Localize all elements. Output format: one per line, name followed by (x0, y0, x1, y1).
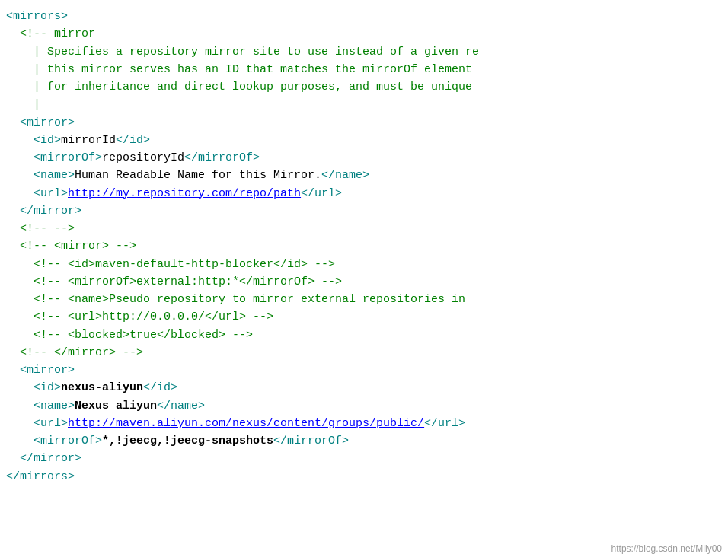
code-line: </mirrors> (0, 468, 728, 485)
code-line: <url>http://maven.aliyun.com/nexus/conte… (0, 415, 728, 432)
code-line: <name>Human Readable Name for this Mirro… (0, 167, 728, 184)
code-line: <id>nexus-aliyun</id> (0, 379, 728, 396)
code-line: | this mirror serves has an ID that matc… (0, 61, 728, 78)
code-line: <!-- <id>maven-default-http-blocker</id>… (0, 256, 728, 273)
code-line: <!-- <mirrorOf>external:http:*</mirrorOf… (0, 273, 728, 291)
code-container: <mirrors> <!-- mirror | Specifies a repo… (0, 0, 728, 560)
code-line: <mirrorOf>*,!jeecg,!jeecg-snapshots</mir… (0, 432, 728, 450)
code-line: <name>Nexus aliyun</name> (0, 397, 728, 415)
code-line: <mirrors> (0, 8, 728, 25)
code-line: <!-- <mirror> --> (0, 237, 728, 255)
code-line: <mirrorOf>repositoryId</mirrorOf> (0, 149, 728, 167)
watermark: https://blog.csdn.net/Mliy00 (611, 543, 722, 554)
code-block: <mirrors> <!-- mirror | Specifies a repo… (0, 8, 728, 485)
code-line: <!-- </mirror> --> (0, 344, 728, 361)
code-line: <!-- <url>http://0.0.0.0/</url> --> (0, 308, 728, 326)
code-line: | Specifies a repository mirror site to … (0, 43, 728, 61)
code-line: <mirror> (0, 361, 728, 379)
code-line: <mirror> (0, 114, 728, 132)
code-line: <!-- <name>Pseudo repository to mirror e… (0, 291, 728, 308)
code-line: <!-- <blocked>true</blocked> --> (0, 326, 728, 344)
code-line: </mirror> (0, 450, 728, 467)
code-line: <id>mirrorId</id> (0, 132, 728, 149)
code-line: </mirror> (0, 202, 728, 220)
code-line: | for inheritance and direct lookup purp… (0, 78, 728, 96)
code-line: <!-- mirror (0, 25, 728, 43)
code-line: <url>http://my.repository.com/repo/path<… (0, 185, 728, 202)
code-line: | (0, 96, 728, 113)
code-line: <!-- --> (0, 220, 728, 237)
